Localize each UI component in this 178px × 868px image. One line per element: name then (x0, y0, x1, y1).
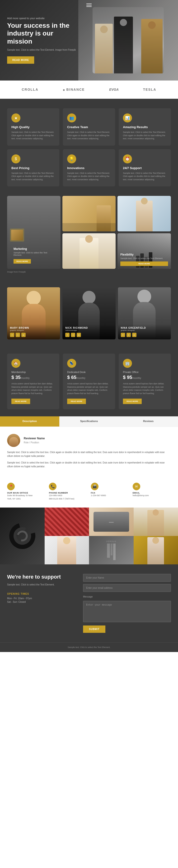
team-name-nina: NINA GREENFIELD (121, 327, 168, 329)
high-quality-icon: ★ (11, 114, 20, 122)
facebook-icon-mary[interactable]: f (10, 333, 14, 337)
contact-phone: 📞 PHONE NUMBER 224-985-5400 889-0123-456… (49, 483, 87, 500)
portfolio-marketing-btn[interactable]: READ MORE (14, 259, 31, 264)
contact-fax-label: FAX (91, 492, 129, 494)
feature-title-innovations: Innovations (67, 166, 111, 170)
contact-email-label: EMAIL (133, 492, 171, 494)
logo-binance: BINANCE (63, 88, 85, 91)
portfolio-flexibility-btn[interactable]: READ MORE (120, 261, 168, 266)
message-label-row: Message (83, 594, 171, 598)
team-social-nina: f t in (121, 333, 168, 337)
tabs-section: Description Specifications Reviews (0, 416, 178, 427)
portfolio-note: Image from Freepik (7, 271, 171, 273)
contact-email-value: hello@bixny.com (133, 494, 171, 497)
feature-title-amazing-results: Amazing Results (123, 125, 167, 129)
gallery-item-person-1 (134, 507, 178, 536)
portfolio-marketing-text: Sample text. Click to select the Text El… (14, 251, 54, 256)
pricing-period-private: /monthly (132, 377, 141, 379)
feature-title-high-quality: High Quality (11, 125, 55, 129)
contact-phone-label: PHONE NUMBER (49, 492, 87, 494)
hero-title: Your success in the industry is our miss… (7, 22, 78, 45)
portfolio-section: Marketing Sample text. Click to select t… (0, 196, 178, 280)
gallery-section: ▬▬ VERSUS (0, 507, 178, 564)
opening-time-weekend: Sat - Sun: Closed (7, 600, 74, 603)
portfolio-item-marketing[interactable]: Marketing Sample text. Click to select t… (7, 196, 60, 269)
twitter-icon-nick[interactable]: t (71, 333, 75, 337)
pricing-btn-dedicated[interactable]: READ MORE (67, 399, 86, 404)
feature-text-high-quality: Sample text. Click to select the Text El… (11, 131, 55, 141)
instagram-icon-nick[interactable]: in (77, 333, 81, 337)
gallery-item-building: VERSUS (89, 536, 134, 564)
private-office-icon: 🏢 (123, 359, 132, 368)
feature-text-best-pricing: Sample text. Click to select the Text El… (11, 172, 55, 181)
review-text-1: Sample text. Click to select the text bo… (7, 451, 171, 458)
pricing-btn-private[interactable]: READ MORE (123, 399, 142, 404)
logo-evga: EVGA (109, 88, 119, 91)
reviewer-name: Reviewer Name (24, 437, 45, 440)
feature-title-support: 24/7 Support (123, 166, 167, 170)
footer: Sample text. Click to select the Text El… (0, 642, 178, 652)
gallery-item-car: ▬▬ (89, 507, 134, 536)
pricing-period-dedicated: /monthly (76, 377, 85, 379)
facebook-icon-nick[interactable]: f (65, 333, 70, 337)
logo-crolla: CROLLA (22, 88, 38, 91)
pricing-card-membership: 🏠 Membership $ 35 /monthly Aricia autem … (7, 353, 59, 409)
feature-text-creative-team: Sample text. Click to select the Text El… (67, 131, 111, 141)
hero-cta-button[interactable]: READ MORE (7, 56, 34, 64)
portfolio-item-flexibility[interactable]: Flexibility Sample text. Click to select… (118, 233, 171, 269)
contact-office-value: Suite 98 Broadway St New York, NY 1001 (7, 494, 45, 500)
team-section: MARY BROWN graphic designer f t in NICK … (0, 280, 178, 346)
feature-card-amazing-results: 📊 Amazing Results Sample text. Click to … (119, 108, 171, 146)
portfolio-marketing-title: Marketing (14, 247, 54, 251)
support-text: Sample text. Click to select the Text El… (7, 583, 74, 587)
feature-card-high-quality: ★ High Quality Sample text. Click to sel… (7, 108, 59, 146)
dedicated-desk-icon: 💺 (67, 359, 76, 368)
logo-tesla: TESLA (143, 88, 156, 91)
feature-text-innovations: Sample text. Click to select the Text El… (67, 172, 111, 181)
instagram-icon-nina[interactable]: in (132, 333, 136, 337)
review-text-2: Sample text. Click to select the text bo… (7, 461, 171, 468)
contact-info-grid: 📍 OUR MAIN OFFICE Suite 98 Broadway St N… (7, 483, 171, 500)
pricing-type-private: Private Office (123, 371, 167, 373)
feature-title-creative-team: Creative Team (67, 125, 111, 129)
twitter-icon-nina[interactable]: t (127, 333, 131, 337)
pricing-type-dedicated: Dedicated Desk (67, 371, 111, 373)
submit-button[interactable]: Submit (83, 625, 105, 633)
contact-phone-value: 224-985-5400 889-0123-456-7 (Toll Free) (49, 494, 87, 500)
tab-specifications[interactable]: Specifications (59, 416, 119, 427)
hamburger-menu[interactable] (86, 4, 92, 7)
review-section: Reviewer Name Role / Position Sample tex… (0, 427, 178, 475)
team-member-nina: NINA GREENFIELD graphic designer f t in (118, 287, 171, 339)
facebook-icon-nina[interactable]: f (121, 333, 125, 337)
feature-text-amazing-results: Sample text. Click to select the Text El… (123, 131, 167, 141)
tab-description[interactable]: Description (0, 416, 59, 427)
form-name-input[interactable] (83, 574, 171, 582)
support-icon: ⏰ (123, 154, 132, 163)
tab-reviews[interactable]: Reviews (119, 416, 178, 427)
gallery-item-red-pattern (45, 507, 89, 536)
instagram-icon-mary[interactable]: in (21, 333, 26, 337)
pricing-price-dedicated: $ 65 (67, 375, 76, 380)
logos-section: CROLLA BINANCE EVGA TESLA (0, 81, 178, 99)
twitter-icon-mary[interactable]: t (16, 333, 20, 337)
feature-card-innovations: 💡 Innovations Sample text. Click to sele… (63, 149, 115, 187)
features-section: ★ High Quality Sample text. Click to sel… (0, 99, 178, 196)
gallery-item-spiral (0, 507, 45, 564)
form-message-input[interactable] (83, 601, 171, 622)
feature-card-best-pricing: $ Best Pricing Sample text. Click to sel… (7, 149, 59, 187)
gallery-item-person-2 (134, 536, 178, 564)
amazing-results-icon: 📊 (123, 114, 132, 122)
team-role-nick: salesmanager (65, 329, 112, 331)
hero-people-image (78, 0, 178, 81)
team-name-nick: NICK RICHMOND (65, 327, 112, 329)
pricing-text-dedicated: Aricia autem utend lopictus fam dam delt… (67, 382, 111, 395)
location-icon: 📍 (7, 483, 15, 490)
footer-text: Sample text. Click to select the Text El… (7, 646, 171, 648)
team-social-mary: f t in (10, 333, 57, 337)
team-social-nick: f t in (65, 333, 112, 337)
pricing-btn-membership[interactable]: READ MORE (11, 399, 30, 404)
features-grid: ★ High Quality Sample text. Click to sel… (7, 108, 171, 186)
form-email-input[interactable] (83, 584, 171, 592)
best-pricing-icon: $ (11, 154, 20, 163)
team-member-nick: NICK RICHMOND salesmanager f t in (62, 287, 115, 339)
